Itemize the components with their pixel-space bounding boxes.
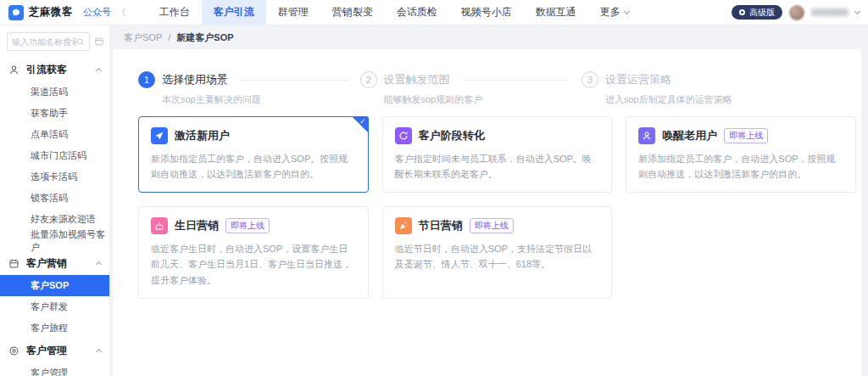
sidebar-item-batch-add-channels[interactable]: 批量添加视频号客户 [0, 230, 109, 251]
nav-item-chat-inspection[interactable]: 会话质检 [385, 0, 449, 25]
step-title: 选择使用场景 [162, 72, 228, 87]
sidebar-item-acquisition-assistant[interactable]: 获客助手 [0, 103, 109, 124]
card-title: 节日营销 [419, 218, 463, 233]
panel-toggle-icon[interactable] [94, 36, 104, 47]
moon-icon[interactable]: ☾ [121, 8, 131, 18]
sidebar: 引流获客 渠道活码 获客助手 点单活码 城市门店活码 选项卡活码 锁客活码 好友… [0, 25, 110, 376]
sidebar-section-management[interactable]: 客户管理 [0, 339, 109, 362]
sidebar-section-acquisition[interactable]: 引流获客 [0, 58, 109, 81]
sidebar-section-marketing[interactable]: 客户营销 [0, 251, 109, 275]
sidebar-item-channel-qr[interactable]: 渠道活码 [0, 81, 109, 103]
breadcrumb-parent[interactable]: 客户SOP [124, 31, 162, 44]
nav-item-group-management[interactable]: 群管理 [266, 0, 320, 25]
scenario-cards: ✓ 激活新用户 新添加指定员工的客户，自动进入SOP。按照规则自动推送，以达到激… [113, 106, 861, 299]
card-description: 新添加指定员工的客户，自动进入SOP。按照规则自动推送，以达到激活新客户的目的。 [151, 151, 356, 182]
plan-badge[interactable]: 高级版 [732, 5, 782, 20]
rocket-icon [151, 127, 168, 144]
topbar-right: 高级版 [732, 0, 860, 25]
chevron-down-icon [624, 8, 630, 14]
top-nav: 工作台 客户引流 群管理 营销裂变 会话质检 视频号小店 数据互通 更多 [147, 0, 641, 25]
plan-icon [739, 9, 745, 15]
breadcrumb: 客户SOP / 新建客户SOP [110, 25, 868, 49]
channel-tag[interactable]: 公众号 [83, 6, 111, 19]
step-connector [462, 80, 570, 81]
step-subtitle: 本次sop主要解决的问题 [162, 93, 360, 106]
sidebar-item-customer-management[interactable]: 客户管理 [0, 362, 109, 376]
step-title: 设置运营策略 [605, 72, 671, 87]
nav-item-more[interactable]: 更多 [588, 0, 641, 25]
check-icon: ✓ [359, 117, 366, 126]
avatar[interactable] [789, 5, 804, 20]
cake-icon [151, 217, 168, 234]
sidebar-item-lock-customer-qr[interactable]: 锁客活码 [0, 188, 109, 209]
coming-soon-badge: 即将上线 [470, 218, 514, 233]
user-menu-chevron-icon[interactable] [854, 8, 860, 14]
step-number: 1 [138, 71, 155, 88]
step-number: 3 [581, 71, 598, 88]
card-title: 生日营销 [175, 218, 219, 233]
main-content: 客户SOP / 新建客户SOP 1 选择使用场景 本次sop主要解决的问题 2 [110, 25, 868, 376]
nav-item-customer-acquisition[interactable]: 客户引流 [202, 0, 266, 25]
step-number: 2 [360, 71, 377, 88]
coming-soon-badge: 即将上线 [225, 218, 270, 233]
app-logo-icon[interactable] [8, 5, 24, 20]
wizard-stepper: 1 选择使用场景 本次sop主要解决的问题 2 设置触发范围 能够触发sop规则… [113, 71, 861, 106]
nav-item-marketing-fission[interactable]: 营销裂变 [320, 0, 385, 25]
user-icon [638, 127, 655, 144]
card-title: 客户阶段转化 [419, 128, 485, 143]
sidebar-item-tab-qr[interactable]: 选项卡活码 [0, 166, 109, 188]
search-input[interactable] [12, 37, 76, 47]
sop-wizard-panel: 1 选择使用场景 本次sop主要解决的问题 2 设置触发范围 能够触发sop规则… [113, 49, 861, 376]
step-choose-scene: 1 选择使用场景 本次sop主要解决的问题 [138, 71, 360, 106]
sidebar-item-order-qr[interactable]: 点单活码 [0, 124, 109, 145]
card-festival-marketing[interactable]: 节日营销 即将上线 临近节日时，自动进入SOP，支持法定节假日以及圣诞节、情人节… [382, 206, 613, 298]
party-icon [395, 217, 412, 234]
sidebar-item-friend-source-greeting[interactable]: 好友来源欢迎语 [0, 209, 109, 230]
card-title: 激活新用户 [175, 128, 230, 143]
card-customer-stage-conversion[interactable]: 客户阶段转化 客户指定时间未与员工联系，自动进入SOP。唤醒长期未联系的老客户。 [382, 116, 613, 193]
card-title: 唤醒老用户 [662, 128, 717, 143]
breadcrumb-current: 新建客户SOP [176, 31, 233, 44]
user-name-redacted [811, 8, 849, 16]
step-connector [240, 80, 348, 81]
card-activate-new-user[interactable]: ✓ 激活新用户 新添加指定员工的客户，自动进入SOP。按照规则自动推送，以达到激… [138, 116, 369, 193]
nav-item-data-interchange[interactable]: 数据互通 [524, 0, 588, 25]
breadcrumb-separator: / [168, 32, 170, 42]
sidebar-item-city-store-qr[interactable]: 城市门店活码 [0, 145, 109, 166]
nav-item-workbench[interactable]: 工作台 [147, 0, 202, 25]
chevron-up-icon [96, 349, 102, 355]
step-subtitle: 进入sop后制定具体的运营策略 [605, 93, 836, 106]
step-title: 设置触发范围 [384, 72, 450, 87]
card-description: 客户指定时间未与员工联系，自动进入SOP。唤醒长期未联系的老客户。 [395, 151, 600, 182]
card-description: 临近节日时，自动进入SOP，支持法定节假日以及圣诞节、情人节、双十一、618等。 [395, 241, 600, 272]
search-icon [76, 37, 85, 47]
sidebar-item-customer-sop[interactable]: 客户SOP [0, 275, 109, 296]
calendar-icon [8, 258, 19, 269]
nav-item-channels-shop[interactable]: 视频号小店 [449, 0, 524, 25]
step-operation-strategy: 3 设置运营策略 进入sop后制定具体的运营策略 [581, 71, 836, 106]
sidebar-item-customer-mass-send[interactable]: 客户群发 [0, 296, 109, 317]
card-description: 临近客户生日时，自动进入SOP，设置客户生日前几天、客户生日当月1日、客户生日当… [151, 241, 356, 287]
step-trigger-scope: 2 设置触发范围 能够触发sop规则的客户 [360, 71, 582, 106]
app-title: 芝麻微客 [29, 5, 73, 20]
topbar: 芝麻微客 公众号 ☾ 工作台 客户引流 群管理 营销裂变 会话质检 视频号小店 … [0, 0, 868, 25]
sidebar-item-customer-journey[interactable]: 客户旅程 [0, 317, 109, 339]
sidebar-search[interactable] [7, 32, 90, 51]
card-wake-old-user[interactable]: 唤醒老用户 即将上线 新添加指定员工的客户，自动进入SOP，按照规则自动推送，以… [626, 116, 856, 193]
card-birthday-marketing[interactable]: 生日营销 即将上线 临近客户生日时，自动进入SOP，设置客户生日前几天、客户生日… [138, 206, 369, 298]
coming-soon-badge: 即将上线 [724, 128, 768, 143]
step-subtitle: 能够触发sop规则的客户 [384, 93, 582, 106]
chevron-up-icon [96, 261, 102, 267]
user-plus-icon [8, 65, 19, 76]
management-icon [8, 345, 19, 356]
card-description: 新添加指定员工的客户，自动进入SOP，按照规则自动推送，以达到激活新客户的目的。 [638, 151, 843, 182]
refresh-icon [395, 127, 412, 144]
brand-cluster: 芝麻微客 公众号 ☾ [8, 0, 131, 25]
chevron-up-icon [96, 68, 102, 74]
